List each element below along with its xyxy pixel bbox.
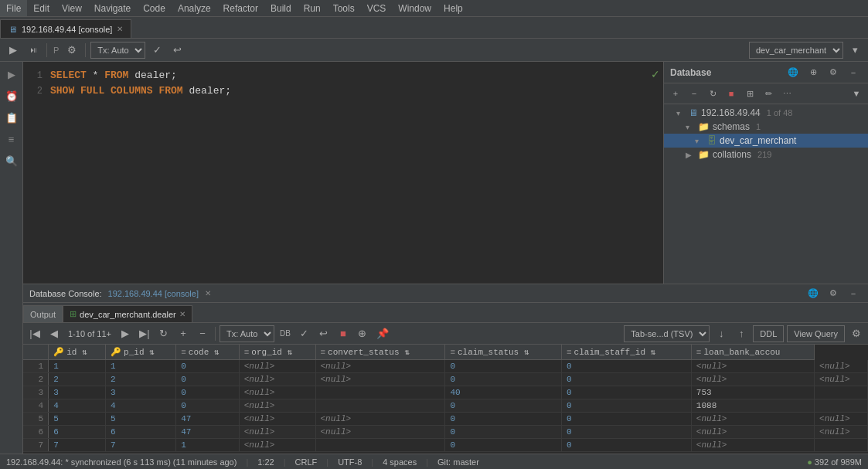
menu-item-window[interactable]: Window	[392, 0, 437, 16]
console-tab-close[interactable]: ✕	[117, 25, 123, 33]
db-stop-btn[interactable]: ■	[723, 85, 740, 102]
tab-result[interactable]: ⊞ dev_car_merchant.dealer ✕	[63, 305, 192, 322]
th-claimstaff[interactable]: ≡claim_staff_id ⇅	[561, 345, 691, 360]
tab-output[interactable]: Output	[23, 305, 63, 322]
bt-config[interactable]: ⚙	[848, 325, 865, 342]
bt-download[interactable]: ↓	[713, 325, 730, 342]
db-panel-settings[interactable]: ⚙	[825, 64, 842, 81]
db-tree-schemas[interactable]: ▾ 📁 schemas 1	[664, 120, 868, 134]
db-panel-close[interactable]: −	[845, 64, 862, 81]
left-btn-2[interactable]: ⏰	[2, 87, 21, 105]
bt-add[interactable]: +	[175, 325, 192, 342]
menu-item-edit[interactable]: Edit	[27, 0, 56, 16]
console-tab-x[interactable]: ✕	[205, 289, 211, 297]
cell-4-5: 0	[445, 399, 562, 413]
menu-item-help[interactable]: Help	[437, 0, 469, 16]
bt-commit[interactable]: ✓	[296, 325, 313, 342]
db-panel-add[interactable]: 🌐	[785, 64, 802, 81]
cell-3-7: 753	[691, 386, 814, 399]
bh-close[interactable]: −	[845, 285, 862, 302]
result-table[interactable]: 🔑id ⇅ 🔑p_id ⇅ ≡code ⇅ ≡org_id ⇅ ≡convert…	[23, 345, 868, 454]
bt-rollback[interactable]: ↩	[315, 325, 332, 342]
menu-item-view[interactable]: View	[56, 0, 88, 16]
menu-item-navigate[interactable]: Navigate	[88, 0, 137, 16]
tab-result-close[interactable]: ✕	[179, 310, 186, 318]
left-btn-3[interactable]: 📋	[2, 108, 21, 127]
db-tree-devcar[interactable]: ▾ 🗄 dev_car_merchant	[664, 134, 868, 148]
db-panel-header: Database 🌐 ⊕ ⚙ −	[664, 62, 868, 83]
th-convertstatus[interactable]: ≡convert_status ⇅	[315, 345, 445, 360]
left-btn-4[interactable]: ≡	[2, 130, 21, 148]
menu-item-code[interactable]: Code	[137, 0, 172, 16]
bt-pin[interactable]: 📌	[373, 325, 392, 342]
db-tree-server[interactable]: ▾ 🖥 192.168.49.44 1 of 48	[664, 106, 868, 120]
cell-3-2: 0	[176, 386, 239, 399]
cell-1-3: <null>	[239, 360, 315, 373]
cell-5-1: 5	[106, 413, 176, 426]
db-add-btn[interactable]: +	[667, 85, 684, 102]
commit-button[interactable]: ✓	[148, 42, 165, 59]
db-grid-btn[interactable]: ⊞	[741, 85, 758, 102]
view-query-button[interactable]: View Query	[787, 325, 845, 342]
left-btn-5[interactable]: 🔍	[2, 151, 21, 170]
db-panel-split[interactable]: ⊕	[805, 64, 822, 81]
menu-item-refactor[interactable]: Refactor	[217, 0, 264, 16]
cell-6-4: <null>	[315, 426, 445, 439]
th-loanbank[interactable]: ≡loan_bank_accou	[691, 345, 814, 360]
db-refresh-btn[interactable]: ↻	[704, 85, 721, 102]
db-filter-btn[interactable]: ▼	[848, 85, 865, 102]
th-pid[interactable]: 🔑p_id ⇅	[106, 345, 176, 360]
tab-format-select[interactable]: Tab-se...d (TSV)	[624, 325, 710, 342]
cell-7-6: 0	[561, 439, 691, 452]
cell-5-7: <null>	[691, 413, 814, 426]
cell-4-8	[815, 399, 868, 413]
db-select[interactable]: dev_car_merchant	[749, 42, 843, 59]
tab-result-label: dev_car_merchant.dealer	[80, 310, 176, 319]
db-minus-btn[interactable]: −	[686, 85, 703, 102]
tx-dropdown[interactable]: Tx: Auto	[90, 42, 145, 59]
collations-label: collations	[713, 149, 751, 160]
menu-item-build[interactable]: Build	[264, 0, 298, 16]
bh-globe[interactable]: 🌐	[805, 285, 822, 302]
th-code[interactable]: ≡code ⇅	[176, 345, 239, 360]
menu-item-file[interactable]: File	[0, 0, 27, 16]
editor[interactable]: 1 SELECT * FROM dealer; 2 SHOW FULL COLU…	[23, 62, 663, 284]
cell-2-2: 0	[176, 373, 239, 386]
cell-5-6: 0	[561, 413, 691, 426]
db-edit-btn[interactable]: ✏	[760, 85, 777, 102]
menu-item-vcs[interactable]: VCS	[361, 0, 393, 16]
row-num-6: 6	[23, 426, 49, 439]
bt-tx-dropdown[interactable]: Tx: Auto	[220, 325, 274, 342]
cell-5-8: <null>	[815, 413, 868, 426]
ddl-button[interactable]: DDL	[753, 325, 784, 342]
th-claimstatus[interactable]: ≡claim_status ⇅	[445, 345, 562, 360]
th-orgid[interactable]: ≡org_id ⇅	[239, 345, 315, 360]
left-btn-1[interactable]: ▶	[2, 65, 21, 83]
cell-1-5: 0	[445, 360, 562, 373]
collations-icon: 📁	[698, 149, 710, 160]
rollback-button[interactable]: ↩	[168, 42, 186, 59]
bt-last[interactable]: ▶|	[136, 325, 153, 342]
bt-stop[interactable]: ■	[335, 325, 352, 342]
db-dropdown-btn[interactable]: ▾	[846, 42, 863, 59]
settings-button[interactable]: ⚙	[63, 42, 80, 59]
menu-item-analyze[interactable]: Analyze	[172, 0, 217, 16]
menu-item-run[interactable]: Run	[298, 0, 327, 16]
bt-db[interactable]: DB	[277, 325, 294, 342]
run-button[interactable]: ▶	[5, 42, 22, 59]
bt-remove[interactable]: −	[194, 325, 211, 342]
bh-settings[interactable]: ⚙	[825, 285, 842, 302]
db-more-btn[interactable]: ⋯	[778, 85, 795, 102]
console-tab[interactable]: 🖥 192.168.49.44 [console] ✕	[0, 19, 131, 38]
bt-refresh[interactable]: ↻	[155, 325, 172, 342]
run-file-button[interactable]: ⏯	[25, 42, 42, 59]
cell-4-0: 4	[49, 399, 106, 413]
bt-next[interactable]: ▶	[117, 325, 134, 342]
th-id[interactable]: 🔑id ⇅	[49, 345, 106, 360]
bt-first[interactable]: |◀	[26, 325, 43, 342]
menu-item-tools[interactable]: Tools	[327, 0, 361, 16]
bt-upload[interactable]: ↑	[733, 325, 750, 342]
db-tree-collations[interactable]: ▶ 📁 collations 219	[664, 148, 868, 161]
bt-prev[interactable]: ◀	[46, 325, 63, 342]
bt-expand[interactable]: ⊕	[354, 325, 371, 342]
